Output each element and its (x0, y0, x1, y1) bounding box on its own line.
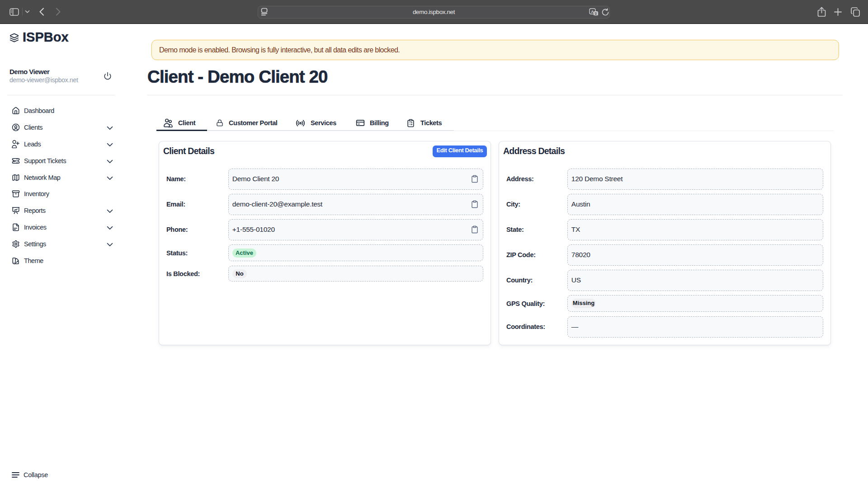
svg-text:文: 文 (594, 12, 598, 16)
